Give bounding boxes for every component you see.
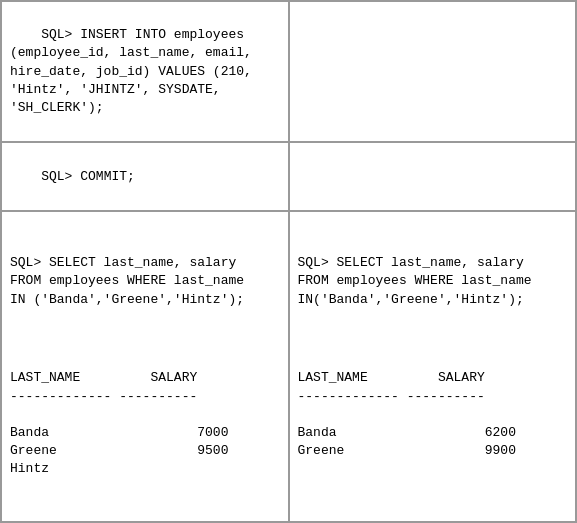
row-greene-after: Greene 9900 — [298, 443, 516, 458]
col-sep-name-before: ------------- — [10, 389, 119, 404]
row-hintz-before: Hintz — [10, 461, 49, 476]
select-before-cell: SQL> SELECT last_name, salary FROM emplo… — [1, 211, 289, 522]
footer-commit: COMMIT; — [298, 515, 568, 522]
row-banda-before: Banda 7000 — [10, 425, 228, 440]
col-header-name-before: LAST_NAME — [10, 370, 119, 385]
top-right-empty-cell — [289, 1, 577, 142]
select-before-query: SQL> SELECT last_name, salary FROM emplo… — [10, 254, 280, 309]
select-after-query: SQL> SELECT last_name, salary FROM emplo… — [298, 254, 568, 309]
col-header-salary-before: SALARY — [119, 370, 197, 385]
row-greene-before: Greene 9500 — [10, 443, 228, 458]
select-after-cell: SQL> SELECT last_name, salary FROM emplo… — [289, 211, 577, 522]
col-sep-salary-after: ---------- — [407, 389, 485, 404]
insert-sql-text: SQL> INSERT INTO employees (employee_id,… — [10, 27, 252, 115]
col-header-salary-after: SALARY — [407, 370, 485, 385]
col-sep-name-after: ------------- — [298, 389, 407, 404]
commit-cell: SQL> COMMIT; — [1, 142, 289, 211]
col-sep-salary-before: ---------- — [119, 389, 197, 404]
col-header-name-after: LAST_NAME — [298, 370, 407, 385]
row-banda-after: Banda 6200 — [298, 425, 516, 440]
mid-right-empty-cell — [289, 142, 577, 211]
commit-sql-text: SQL> COMMIT; — [41, 169, 135, 184]
insert-cell: SQL> INSERT INTO employees (employee_id,… — [1, 1, 289, 142]
